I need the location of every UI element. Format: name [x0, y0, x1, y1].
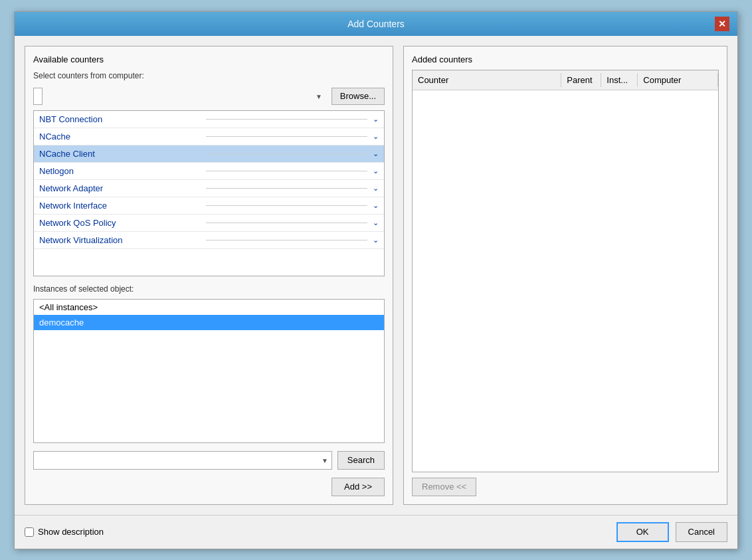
counter-item-line — [206, 205, 367, 206]
counter-item-line — [206, 240, 367, 240]
title-bar: Add Counters ✕ — [15, 12, 737, 36]
ok-button[interactable]: OK — [616, 522, 669, 542]
counter-item-name: Network QoS Policy — [39, 218, 201, 228]
show-description-label: Show description — [38, 527, 104, 537]
remove-button[interactable]: Remove << — [412, 478, 476, 496]
instances-label: Instances of selected object: — [33, 284, 385, 294]
col-inst: Inst... — [601, 73, 638, 87]
available-counters-title: Available counters — [33, 54, 385, 64]
chevron-down-icon: ⌄ — [373, 132, 379, 141]
chevron-down-icon: ⌄ — [373, 167, 379, 175]
counter-item-line — [206, 119, 367, 120]
counter-list-item[interactable]: Netlogon ⌄ — [34, 163, 384, 180]
chevron-down-icon: ⌄ — [373, 115, 379, 124]
search-input[interactable] — [33, 451, 332, 470]
computer-select[interactable] — [33, 88, 43, 105]
chevron-down-icon: ⌄ — [373, 201, 379, 210]
counter-list-item[interactable]: Network Interface ⌄ — [34, 197, 384, 215]
col-counter: Counter — [413, 73, 561, 87]
left-panel: Available counters Select counters from … — [25, 46, 393, 505]
dialog-title: Add Counters — [37, 19, 715, 29]
chevron-down-icon: ⌄ — [373, 149, 379, 158]
chevron-down-icon: ⌄ — [373, 219, 379, 227]
counter-item-name: Netlogon — [39, 166, 201, 176]
computer-row: Browse... — [33, 88, 385, 105]
footer-buttons: OK Cancel — [616, 522, 727, 542]
computer-select-wrapper — [33, 88, 326, 105]
remove-button-row: Remove << — [412, 478, 719, 496]
browse-button[interactable]: Browse... — [331, 88, 385, 105]
counter-list-item[interactable]: Network Virtualization ⌄ — [34, 232, 384, 249]
counter-item-line — [206, 223, 367, 223]
add-button-row: Add >> — [33, 478, 385, 496]
added-counters-table: Counter Parent Inst... Computer — [412, 70, 719, 472]
counter-list-item[interactable]: Network Adapter ⌄ — [34, 180, 384, 197]
table-header: Counter Parent Inst... Computer — [413, 70, 718, 90]
instance-list-item[interactable]: democache — [34, 315, 384, 330]
counter-item-name: Network Virtualization — [39, 235, 201, 245]
counter-list-item[interactable]: NCache Client ⌄ — [34, 145, 384, 163]
counter-item-name: NBT Connection — [39, 114, 201, 124]
chevron-down-icon: ⌄ — [373, 236, 379, 244]
counter-item-name: NCache — [39, 132, 201, 141]
col-computer: Computer — [638, 73, 718, 87]
show-description-checkbox[interactable] — [25, 527, 34, 537]
add-counters-dialog: Add Counters ✕ Available counters Select… — [14, 11, 738, 549]
search-row: Search — [33, 451, 385, 470]
close-button[interactable]: ✕ — [715, 17, 729, 31]
counter-item-line — [206, 153, 367, 154]
instances-list: <All instances>democache — [33, 299, 385, 443]
search-input-wrapper — [33, 451, 332, 470]
counter-list-item[interactable]: NCache ⌄ — [34, 128, 384, 145]
show-description-row: Show description — [25, 527, 616, 537]
counter-list-item[interactable]: NBT Connection ⌄ — [34, 111, 384, 128]
counters-list: NBT Connection ⌄ NCache ⌄ NCache Client … — [33, 110, 385, 276]
counter-item-name: Network Interface — [39, 201, 201, 211]
added-counters-title: Added counters — [412, 54, 719, 64]
counter-list-item[interactable]: Network QoS Policy ⌄ — [34, 215, 384, 232]
col-parent: Parent — [561, 73, 601, 87]
dialog-footer: Show description OK Cancel — [15, 515, 737, 549]
counter-item-line — [206, 188, 367, 189]
counter-item-line — [206, 171, 367, 171]
counter-item-line — [206, 136, 367, 137]
dialog-body: Available counters Select counters from … — [15, 36, 737, 515]
add-button[interactable]: Add >> — [331, 478, 385, 496]
search-button[interactable]: Search — [337, 451, 385, 470]
instance-list-item[interactable]: <All instances> — [34, 300, 384, 315]
select-computer-label: Select counters from computer: — [33, 71, 385, 80]
right-panel: Added counters Counter Parent Inst... Co… — [403, 46, 727, 505]
counter-item-name: Network Adapter — [39, 183, 201, 193]
counter-item-name: NCache Client — [39, 149, 201, 159]
chevron-down-icon: ⌄ — [373, 184, 379, 193]
table-body — [413, 90, 718, 472]
cancel-button[interactable]: Cancel — [676, 522, 727, 542]
